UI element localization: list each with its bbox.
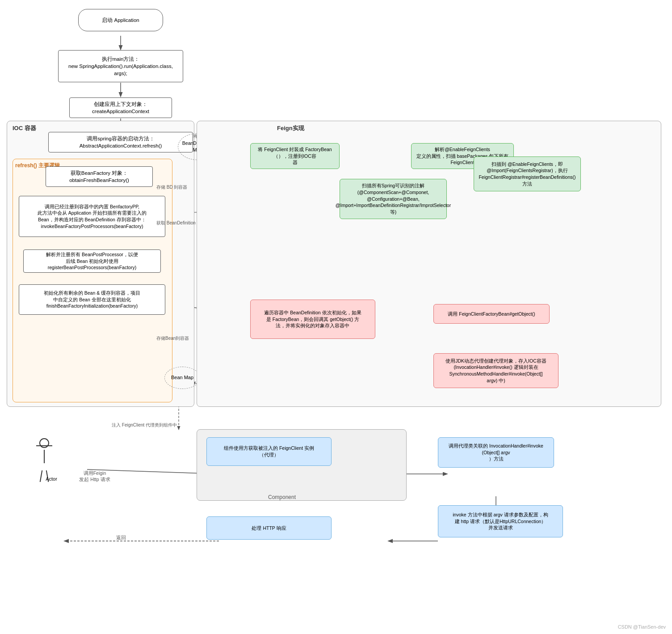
actor-figure xyxy=(39,438,49,482)
store-bean-label: 存储Bean到容器 xyxy=(156,335,189,342)
refresh-region xyxy=(13,159,172,402)
scan-spring-box: 扫描所有Spring可识别的注解 (@ComponentScan+@Compon… xyxy=(340,179,447,219)
finish-init-box: 初始化所有剩余的 Bean & 缓存到容器，项目 中自定义的 Bean 全部在这… xyxy=(19,284,165,315)
store-bd-label: 存储 BD 到容器 xyxy=(156,184,187,190)
ioc-label: IOC 容器 xyxy=(13,124,36,132)
call-invocation-box: 调用代理类关联的 InvocationHandler#invoke (Objec… xyxy=(438,437,554,468)
watermark: CSDN @TianSen-dev xyxy=(618,624,666,630)
get-bean-factory-box: 获取BeanFactory 对象： obtainFreshBeanFactory… xyxy=(46,166,153,187)
actor-label: Actor xyxy=(40,476,63,482)
actor-body xyxy=(44,450,45,463)
jdk-proxy-box: 使用JDK动态代理创建代理对象，存入IOC容器 (InvocationHandl… xyxy=(433,353,559,388)
component-box: 组件使用方获取被注入的 FeignClient 实例 （代理） xyxy=(206,437,332,466)
invoke-build-box: invoke 方法中根据 argv 请求参数及配置，构 建 http 请求（默认… xyxy=(438,505,563,537)
invoke-processors-box: 调用已经注册到容器中的内置 BenfactoryPP, 此方法中会从 Appli… xyxy=(19,196,165,237)
register-post-box: 解析并注册所有 BeanPostProcessor，以便 后续 Bean 初始化… xyxy=(23,249,161,273)
register-factory-bean-box: 将 FeignClient 封装成 FactoryBean（），注册到IOC容 … xyxy=(250,143,340,169)
start-box: 启动 Application xyxy=(78,9,163,31)
call-spring-box: 调用spring容器的启动方法： AbstractApplicationCont… xyxy=(48,132,193,152)
main-method-box: 执行main方法： new SpringApplication().run(Ap… xyxy=(58,50,183,82)
get-bean-def-label: 获取 BeanDefinition xyxy=(156,220,196,226)
component-label: Component xyxy=(268,494,296,500)
create-context-box: 创建应用上下文对象： createApplicationContext xyxy=(69,97,172,118)
call-feign-label: 调用Feigin 发起 Http 请求 xyxy=(68,465,122,483)
feign-label: Feign实现 xyxy=(277,124,304,132)
actor-head xyxy=(39,438,49,448)
scan-enable-box: 扫描到 @EnableFeignClients，即 @Import(FeignC… xyxy=(474,156,581,191)
inject-feign-label: 注入 FeignClient 代理类到组件中 xyxy=(112,422,177,428)
handle-http-box: 处理 HTTP 响应 xyxy=(206,516,332,540)
actor-arms xyxy=(36,445,52,446)
call-factory-get-box: 调用 FeignClientFactoryBean#getObject() xyxy=(433,304,550,324)
return-label: 返回 xyxy=(116,535,126,541)
bean-map-box: Bean Map xyxy=(164,367,200,389)
traverse-bean-box: 遍历容器中 BeanDefinition 依次初始化，如果 是 FactoryB… xyxy=(250,300,375,339)
diagram-container: 启动 Application 执行main方法： new SpringAppli… xyxy=(0,0,672,634)
